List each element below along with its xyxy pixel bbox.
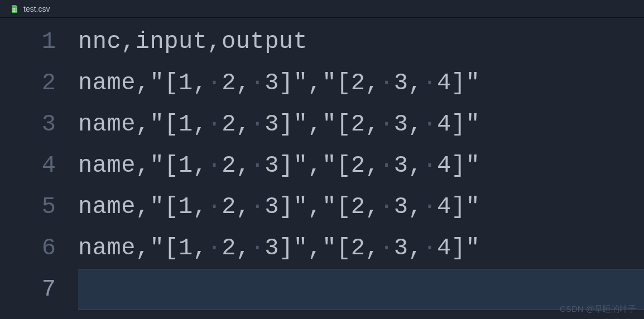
- line-number: 4: [0, 152, 78, 179]
- line-content[interactable]: name,"[1,·2,·3]","[2,·3,·4]": [78, 235, 480, 262]
- line-content[interactable]: nnc,input,output: [78, 28, 307, 55]
- file-tab[interactable]: test.csv: [6, 2, 54, 16]
- code-line[interactable]: 1 nnc,input,output: [0, 21, 644, 62]
- watermark: CSDN @早睡的叶子: [560, 304, 636, 315]
- code-line[interactable]: 6 name,"[1,·2,·3]","[2,·3,·4]": [0, 228, 644, 269]
- line-content[interactable]: name,"[1,·2,·3]","[2,·3,·4]": [78, 111, 480, 138]
- line-content[interactable]: name,"[1,·2,·3]","[2,·3,·4]": [78, 152, 480, 179]
- line-number: 3: [0, 111, 78, 138]
- line-number: 5: [0, 194, 78, 220]
- code-line-current[interactable]: 7: [0, 269, 644, 310]
- svg-rect-0: [13, 8, 17, 12]
- code-line[interactable]: 4 name,"[1,·2,·3]","[2,·3,·4]": [0, 145, 644, 186]
- tab-bar: test.csv: [0, 0, 644, 18]
- code-line[interactable]: 5 name,"[1,·2,·3]","[2,·3,·4]": [0, 186, 644, 228]
- code-editor[interactable]: 1 nnc,input,output 2 name,"[1,·2,·3]","[…: [0, 18, 644, 310]
- code-line[interactable]: 3 name,"[1,·2,·3]","[2,·3,·4]": [0, 104, 644, 145]
- line-number: 6: [0, 235, 78, 262]
- code-line[interactable]: 2 name,"[1,·2,·3]","[2,·3,·4]": [0, 62, 644, 104]
- tab-filename: test.csv: [23, 4, 50, 13]
- line-number: 7: [0, 276, 78, 303]
- csv-file-icon: [10, 4, 19, 13]
- line-content[interactable]: name,"[1,·2,·3]","[2,·3,·4]": [78, 194, 480, 220]
- line-number: 2: [0, 70, 78, 96]
- line-number: 1: [0, 28, 78, 55]
- line-content[interactable]: name,"[1,·2,·3]","[2,·3,·4]": [78, 70, 480, 96]
